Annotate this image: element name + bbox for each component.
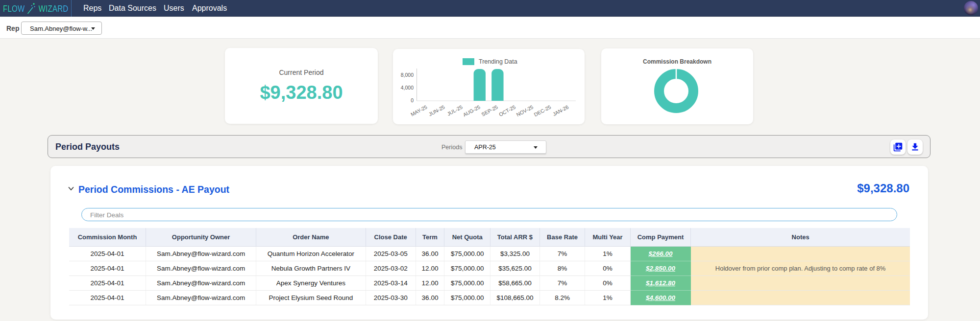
svg-text:8,000: 8,000 <box>401 72 414 78</box>
svg-text:JAN-26: JAN-26 <box>552 104 570 117</box>
svg-text:OCT-25: OCT-25 <box>498 104 516 117</box>
svg-text:JUL-25: JUL-25 <box>446 104 464 117</box>
svg-text:0: 0 <box>411 97 414 103</box>
svg-text:DEC-25: DEC-25 <box>533 104 552 117</box>
svg-text:AUG-25: AUG-25 <box>462 104 481 117</box>
svg-text:NOV-25: NOV-25 <box>515 104 535 117</box>
svg-text:4,000: 4,000 <box>401 85 414 91</box>
svg-text:JUN-25: JUN-25 <box>428 104 446 117</box>
svg-text:SEP-25: SEP-25 <box>480 104 499 117</box>
svg-text:MAY-25: MAY-25 <box>410 104 428 117</box>
svg-text:Trending Data: Trending Data <box>479 58 517 65</box>
